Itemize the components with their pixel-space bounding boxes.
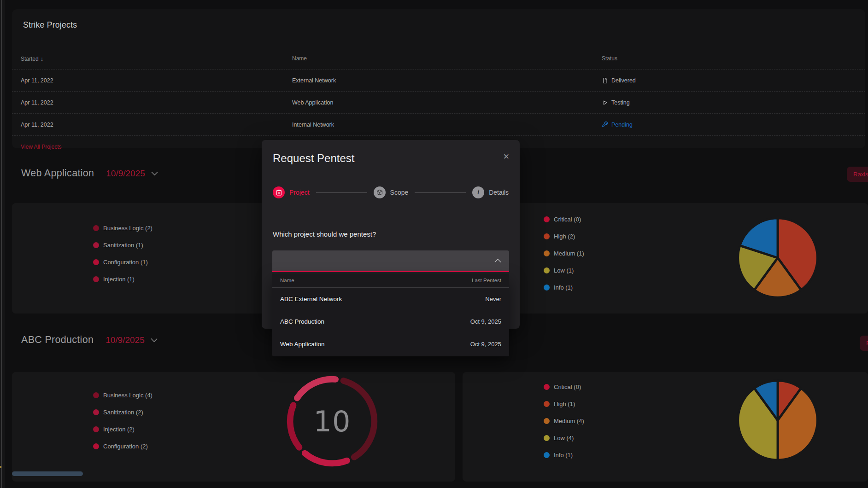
status-label: Testing bbox=[611, 99, 630, 106]
legend-item: Business Logic (4) bbox=[93, 392, 152, 398]
section-title: Web Application bbox=[21, 168, 94, 179]
legend-item: Medium (1) bbox=[544, 250, 584, 256]
total-findings-count: 10 bbox=[284, 373, 381, 470]
dropdown-option-web-application[interactable]: Web Application Oct 9, 2025 bbox=[272, 333, 509, 355]
legend-dot bbox=[544, 285, 550, 290]
legend-dot bbox=[93, 443, 99, 449]
abc-production-severity-panel: Critical (0) High (1) Medium (4) Low (4)… bbox=[463, 372, 868, 482]
legend-item: Low (4) bbox=[544, 435, 584, 441]
project-row-external-network[interactable]: Apr 11, 2022 External Network Delivered bbox=[12, 69, 865, 91]
severity-pie-chart bbox=[733, 375, 823, 465]
section-title: ABC Production bbox=[21, 334, 94, 346]
column-header-status[interactable]: Status bbox=[602, 55, 617, 62]
legend-dot bbox=[544, 452, 550, 458]
status-badge: Testing bbox=[602, 99, 630, 106]
legend-item: High (1) bbox=[544, 401, 584, 407]
legend-item: Configuration (2) bbox=[93, 443, 152, 449]
projects-table-header: Started↓ Name Status bbox=[12, 48, 865, 69]
step-project[interactable]: Project bbox=[273, 186, 310, 198]
raxis-attack-button-2[interactable]: Ra bbox=[860, 336, 868, 351]
section-date-selector[interactable]: 10/9/2025 bbox=[106, 335, 158, 345]
strike-projects-card: Strike Projects Started↓ Name Status Apr… bbox=[12, 9, 865, 148]
legend-dot bbox=[544, 401, 550, 407]
section-date-selector[interactable]: 10/9/2025 bbox=[106, 168, 158, 179]
legend-dot bbox=[93, 242, 99, 248]
section-header-abc-production: ABC Production 10/9/2025 bbox=[21, 334, 158, 346]
wrench-icon bbox=[602, 122, 608, 128]
dropdown-option-abc-external-network[interactable]: ABC External Network Never bbox=[272, 288, 509, 310]
legend-dot bbox=[93, 392, 99, 398]
project-started: Apr 11, 2022 bbox=[21, 99, 53, 106]
legend-item: High (2) bbox=[544, 233, 584, 239]
stepper-connector bbox=[415, 192, 466, 193]
cube-icon bbox=[374, 186, 386, 198]
legend-item: Critical (0) bbox=[544, 384, 584, 390]
column-header-started[interactable]: Started↓ bbox=[21, 55, 43, 62]
section-header-web-application: Web Application 10/9/2025 bbox=[21, 168, 158, 179]
total-findings-donut-chart: 10 bbox=[284, 373, 381, 470]
window-left-edge bbox=[0, 0, 5, 488]
legend-dot bbox=[93, 225, 99, 231]
vuln-type-legend: Business Logic (4) Sanitization (2) Inje… bbox=[93, 392, 152, 449]
project-name: External Network bbox=[292, 77, 336, 84]
dropdown-option-abc-production[interactable]: ABC Production Oct 9, 2025 bbox=[272, 310, 509, 333]
project-started: Apr 11, 2022 bbox=[21, 77, 53, 84]
column-header-name[interactable]: Name bbox=[292, 55, 307, 62]
legend-dot bbox=[544, 435, 550, 441]
raxis-attack-button[interactable]: Raxis A bbox=[847, 167, 868, 182]
legend-dot bbox=[544, 216, 550, 222]
project-select-dropdown: Name Last Pentest ABC External Network N… bbox=[272, 273, 509, 356]
legend-item: Injection (2) bbox=[93, 426, 152, 432]
modal-title: Request Pentest bbox=[273, 152, 354, 165]
project-select-field[interactable] bbox=[272, 250, 509, 272]
legend-dot bbox=[544, 267, 550, 273]
sort-arrow-icon: ↓ bbox=[41, 55, 44, 62]
horizontal-scrollbar-thumb[interactable] bbox=[12, 471, 83, 476]
legend-item: Sanitization (2) bbox=[93, 409, 152, 415]
legend-item: Info (1) bbox=[544, 452, 584, 458]
chevron-down-icon bbox=[150, 337, 158, 343]
legend-item: Configuration (1) bbox=[93, 259, 152, 265]
status-badge: Delivered bbox=[602, 77, 636, 84]
left-edge-marker bbox=[0, 466, 1, 468]
step-details[interactable]: i Details bbox=[472, 186, 509, 198]
legend-dot bbox=[544, 384, 550, 390]
strike-projects-title: Strike Projects bbox=[23, 20, 77, 30]
legend-item: Critical (0) bbox=[544, 216, 584, 222]
project-started: Apr 11, 2022 bbox=[21, 122, 53, 128]
legend-dot bbox=[544, 233, 550, 239]
chevron-down-icon bbox=[151, 171, 158, 176]
project-row-web-application[interactable]: Apr 11, 2022 Web Application Testing bbox=[12, 91, 865, 113]
web-application-severity-panel: Critical (0) High (2) Medium (1) Low (1)… bbox=[463, 203, 868, 314]
window-left-divider bbox=[1, 0, 2, 488]
chevron-up-icon bbox=[494, 258, 502, 263]
legend-dot bbox=[93, 409, 99, 415]
step-scope[interactable]: Scope bbox=[374, 186, 409, 198]
section-date: 10/9/2025 bbox=[106, 168, 145, 179]
legend-item: Low (1) bbox=[544, 267, 584, 273]
legend-item: Medium (4) bbox=[544, 418, 584, 424]
status-label: Pending bbox=[611, 122, 633, 128]
modal-question: Which project should we pentest? bbox=[273, 230, 376, 238]
legend-item: Business Logic (2) bbox=[93, 225, 152, 231]
legend-item: Info (1) bbox=[544, 285, 584, 290]
project-name: Web Application bbox=[292, 99, 333, 106]
dropdown-header: Name Last Pentest bbox=[272, 273, 509, 288]
modal-stepper: Project Scope i Details bbox=[273, 186, 509, 199]
status-label: Delivered bbox=[611, 77, 636, 84]
severity-pie-chart bbox=[733, 213, 823, 303]
close-icon[interactable]: ✕ bbox=[500, 149, 512, 164]
vuln-type-legend: Business Logic (2) Sanitization (1) Conf… bbox=[93, 225, 152, 282]
legend-dot bbox=[93, 426, 99, 432]
legend-dot bbox=[93, 276, 99, 282]
legend-dot bbox=[544, 250, 550, 256]
view-all-projects-link[interactable]: View All Projects bbox=[21, 144, 61, 150]
stepper-connector bbox=[316, 192, 367, 193]
project-name: Internal Network bbox=[292, 122, 334, 128]
document-icon bbox=[602, 77, 608, 84]
section-date: 10/9/2025 bbox=[106, 335, 145, 345]
severity-legend: Critical (0) High (2) Medium (1) Low (1)… bbox=[544, 216, 584, 290]
abc-production-vuln-panel: Business Logic (4) Sanitization (2) Inje… bbox=[12, 372, 455, 482]
dropdown-col-last-pentest: Last Pentest bbox=[472, 278, 501, 283]
project-row-internal-network[interactable]: Apr 11, 2022 Internal Network Pending bbox=[12, 113, 865, 135]
